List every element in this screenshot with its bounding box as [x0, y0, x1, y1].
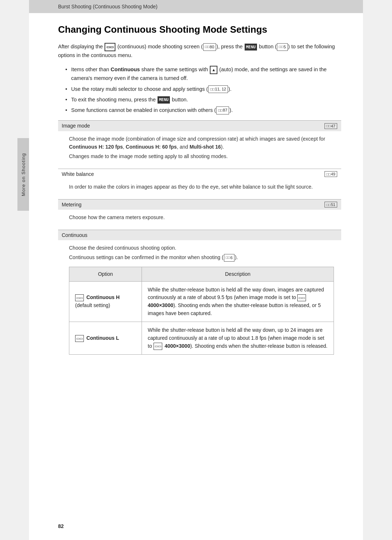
ref-80: 80 [203, 43, 216, 51]
options-table: Option Description ▭▭ Continuous H (defa… [69, 267, 334, 355]
menu-icon-2: MENU [158, 96, 170, 104]
image-mode-desc2: Changes made to the image mode setting a… [69, 152, 334, 160]
continuous-desc1: Choose the desired continuous shooting o… [69, 244, 334, 252]
option-continuous-h: ▭▭ Continuous H (default setting) [69, 281, 142, 322]
page-number: 82 [58, 523, 64, 529]
ref-6: 6 [224, 254, 234, 262]
auto-mode-icon: ▲ [210, 66, 217, 74]
bullet-item-1: Items other than Continuous share the sa… [65, 65, 341, 82]
white-balance-header: White balance 49 [58, 169, 341, 180]
continuous-desc2: Continuous settings can be confirmed in … [69, 253, 334, 262]
table-row: ▭▭ Continuous L While the shutter-releas… [69, 322, 334, 355]
image-mode-title: Image mode [62, 123, 90, 129]
image-size-icon-1: ▭▭ [297, 294, 306, 302]
metering-desc: Choose how the camera meters exposure. [69, 213, 334, 221]
continuous-content: Choose the desired continuous shooting o… [58, 240, 341, 360]
default-setting-label: (default setting) [75, 302, 110, 308]
menu-icon: MENU [245, 44, 257, 51]
desc-continuous-l: While the shutter-release button is held… [142, 322, 334, 355]
white-balance-title: White balance [62, 171, 94, 177]
col-option: Option [69, 267, 142, 281]
image-mode-ref: 47 [324, 123, 338, 129]
intro-paragraph: After displaying the ▭▭ (continuous) mod… [58, 43, 341, 60]
bullet-item-2: Use the rotary multi selector to choose … [65, 85, 341, 93]
metering-title: Metering [62, 202, 81, 207]
side-tab: More on Shooting [17, 138, 29, 211]
white-balance-desc: In order to make the colors in images ap… [69, 183, 334, 191]
metering-ref: 51 [324, 202, 338, 208]
white-balance-content: In order to make the colors in images ap… [58, 179, 341, 197]
continuous-mode-icon: ▭▭ [105, 43, 115, 52]
continuous-header: Continuous [58, 230, 341, 240]
side-tab-label: More on Shooting [21, 153, 26, 196]
ref-11-12: 11, 12 [208, 85, 228, 93]
breadcrumb: Burst Shooting (Continuous Shooting Mode… [58, 4, 158, 9]
bullet-item-3: To exit the shooting menu, press the MEN… [65, 96, 341, 104]
image-mode-content: Choose the image mode (combination of im… [58, 131, 341, 167]
ref-87: 87 [216, 106, 229, 114]
image-size-icon-2: ▭▭ [154, 343, 162, 350]
continuous-l-icon: ▭▭ [75, 335, 84, 342]
bullet-list: Items other than Continuous share the sa… [65, 65, 341, 114]
ref-5: 5 [277, 43, 287, 51]
metering-content: Choose how the camera meters exposure. [58, 210, 341, 228]
table-header-row: Option Description [69, 267, 334, 281]
image-mode-header: Image mode 47 [58, 120, 341, 131]
image-mode-desc: Choose the image mode (combination of im… [69, 135, 334, 151]
table-row: ▭▭ Continuous H (default setting) While … [69, 281, 334, 322]
continuous-h-icon: ▭▭ [75, 294, 84, 302]
white-balance-ref: 49 [324, 171, 338, 177]
header-bar: Burst Shooting (Continuous Shooting Mode… [29, 0, 363, 13]
page: More on Shooting Burst Shooting (Continu… [29, 0, 363, 540]
bullet-item-4: Some functions cannot be enabled in conj… [65, 106, 341, 114]
desc-continuous-h: While the shutter-release button is held… [142, 281, 334, 322]
metering-header: Metering 51 [58, 199, 341, 210]
continuous-title: Continuous [62, 232, 87, 238]
col-description: Description [142, 267, 334, 281]
option-continuous-l: ▭▭ Continuous L [69, 322, 142, 355]
page-title: Changing Continuous Shooting Mode Settin… [58, 24, 341, 35]
